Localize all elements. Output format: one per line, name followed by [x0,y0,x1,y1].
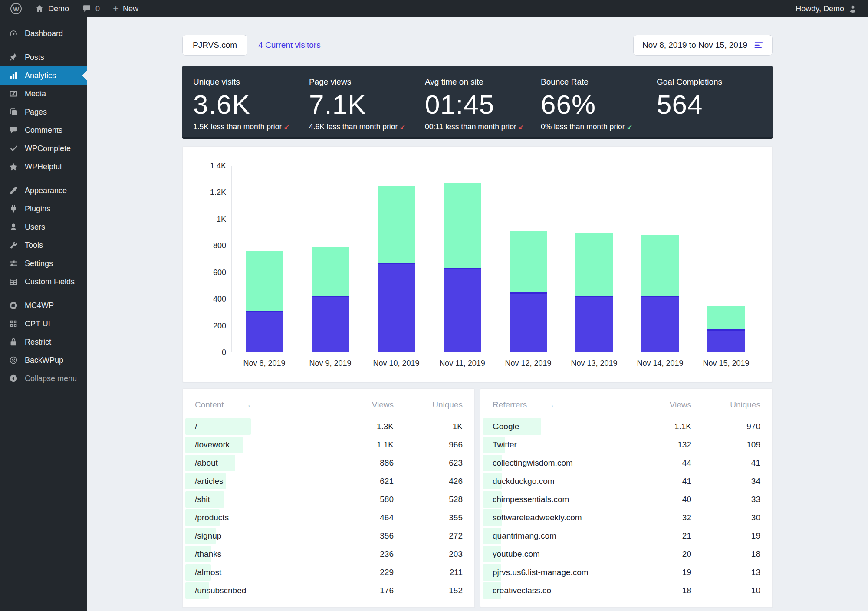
sidebar-item-tools[interactable]: Tools [0,236,87,254]
comments-menu[interactable]: 0 [82,0,100,17]
trend-arrow-icon: ↙ [399,122,406,131]
row-views: 580 [324,495,394,504]
sidebar-item-label: Settings [25,259,53,268]
stat-label: Avg time on site [425,77,541,87]
row-label: /signup [185,531,324,541]
table-row: /about886623 [185,455,463,471]
date-range-button[interactable]: Nov 8, 2019 to Nov 15, 2019 [633,35,773,56]
row-views: 41 [622,476,691,486]
sidebar-item-restrict[interactable]: Restrict [0,333,87,351]
current-visitors-link[interactable]: 4 Current visitors [258,40,321,50]
sidebar-item-media[interactable]: Media [0,85,87,103]
table-row: quantrimang.com2119 [483,528,760,544]
sidebar-item-label: MC4WP [25,301,54,310]
mailchimp-icon [8,301,19,310]
table-row: Google1.1K970 [483,418,760,435]
sidebar-item-label: Posts [25,53,44,62]
row-uniques: 970 [691,422,760,431]
sidebar-item-custom-fields[interactable]: Custom Fields [0,273,87,291]
row-label: Google [483,422,622,431]
sidebar-item-label: Comments [25,126,62,135]
site-menu[interactable]: Demo [35,0,69,17]
sidebar: DashboardPostsAnalyticsMediaPagesComment… [0,17,87,611]
plug-icon [8,204,19,214]
site-selector-button[interactable]: PJRVS.com [182,35,247,56]
sidebar-item-cpt-ui[interactable]: CPT UI [0,315,87,333]
stacked-bar [444,183,481,352]
arrow-right-icon: → [546,400,555,410]
wp-logo-menu[interactable]: W [10,0,22,17]
table-row: /articles621426 [185,473,463,489]
users-icon [8,222,19,232]
sidebar-item-comments[interactable]: Comments [0,121,87,139]
table-row: /thanks236203 [185,546,463,562]
stats-summary-bar: Unique visits3.6K1.5K less than month pr… [182,66,773,139]
grid-icon [8,319,19,328]
arrow-right-icon: → [243,400,252,410]
row-uniques: 272 [394,531,463,541]
stacked-bar [510,231,547,352]
comment-icon [8,125,19,135]
row-views: 176 [324,586,394,595]
y-tick-label: 200 [213,321,226,330]
row-label: /thanks [185,549,324,559]
sidebar-item-collapse-menu[interactable]: Collapse menu [0,369,87,388]
chart-y-axis: 1.4K1.2K1K8006004002000 [201,166,226,352]
row-label: youtube.com [483,549,622,559]
stat-label: Page views [309,77,425,87]
stat-page-views: Page views7.1K4.6K less than month prior… [309,77,425,137]
sidebar-item-label: Tools [25,241,43,250]
unique-visits-segment [444,268,481,352]
sliders-icon [8,259,19,268]
sidebar-item-posts[interactable]: Posts [0,48,87,66]
site-name: Demo [48,4,69,13]
row-views: 21 [622,531,691,541]
row-views: 20 [622,549,691,559]
row-views: 44 [622,458,691,468]
collapse-icon [8,374,19,383]
sidebar-item-mc4wp[interactable]: MC4WP [0,296,87,315]
x-tick-label: Nov 10, 2019 [363,359,429,368]
stacked-bar [641,235,679,352]
sidebar-item-dashboard[interactable]: Dashboard [0,24,87,43]
row-views: 236 [324,549,394,559]
row-label: Twitter [483,440,622,450]
stat-value: 564 [657,91,773,118]
table-row: /unsubscribed176152 [185,582,463,599]
row-uniques: 623 [394,458,463,468]
backup-icon [8,355,19,365]
sidebar-item-backwpup[interactable]: BackWPup [0,351,87,369]
table-title: Content [195,400,224,410]
sidebar-item-settings[interactable]: Settings [0,254,87,273]
sidebar-item-analytics[interactable]: Analytics [0,66,87,85]
stat-delta: 00:11 less than month prior↙ [425,122,541,131]
sidebar-item-wpcomplete[interactable]: WPComplete [0,139,87,158]
sidebar-item-label: BackWPup [25,356,63,365]
new-menu[interactable]: + New [113,0,138,17]
row-uniques: 34 [691,476,760,486]
sidebar-item-appearance[interactable]: Appearance [0,181,87,200]
referrers-table-title-link[interactable]: Referrers → [483,400,622,410]
stat-goal-completions: Goal Completions564 [657,77,773,137]
table-row: youtube.com2018 [483,546,760,562]
account-menu[interactable]: Howdy, Demo [796,0,858,17]
sidebar-menu: DashboardPostsAnalyticsMediaPagesComment… [0,24,87,388]
row-label: collectingwisdom.com [483,458,622,468]
unique-visits-segment [378,263,415,352]
row-label: duckduckgo.com [483,476,622,486]
stat-bounce-rate: Bounce Rate66%0% less than month prior↙ [541,77,657,137]
sidebar-item-users[interactable]: Users [0,218,87,236]
sidebar-item-plugins[interactable]: Plugins [0,200,87,218]
dashboard-icon [8,29,19,38]
stacked-bar [575,233,613,352]
chart-bar-slot [561,166,627,352]
sidebar-item-label: Collapse menu [25,374,77,383]
table-row: /signup356272 [185,528,463,544]
chart-bar-slot [364,166,430,352]
x-tick-label: Nov 11, 2019 [429,359,495,368]
content-table-title-link[interactable]: Content → [185,400,324,410]
sidebar-item-pages[interactable]: Pages [0,103,87,121]
x-tick-label: Nov 15, 2019 [693,359,759,368]
y-tick-label: 1K [217,214,226,223]
sidebar-item-wphelpful[interactable]: WPHelpful [0,158,87,176]
